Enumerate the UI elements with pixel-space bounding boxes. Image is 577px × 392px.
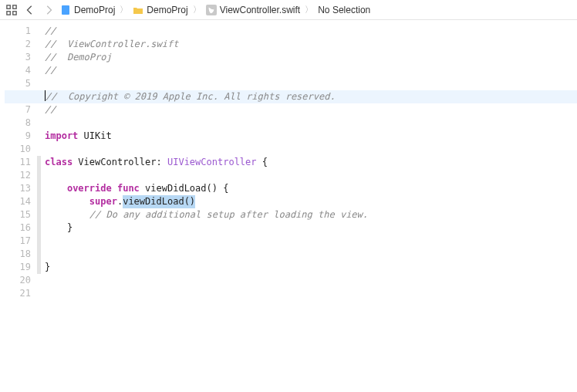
code-text: super (89, 195, 117, 208)
source-editor[interactable]: 123456789101112131415161718192021 // // … (0, 20, 577, 392)
line-number: 13 (0, 182, 31, 195)
line-number: 11 (0, 156, 31, 169)
crumb-project[interactable]: DemoProj (74, 5, 115, 15)
code-text: // Copyright © 2019 Apple Inc. All right… (46, 90, 336, 103)
code-text: DemoProj (67, 51, 112, 64)
code-text: UIViewController (167, 156, 257, 169)
code-text: . (117, 195, 123, 208)
code-text: { (257, 156, 268, 169)
line-number: 15 (0, 208, 31, 221)
code-text (112, 182, 117, 195)
line-number: 7 (0, 103, 31, 117)
code-text: override (67, 182, 112, 195)
code-text: } (45, 221, 73, 235)
line-number: 12 (0, 169, 31, 182)
chevron-right-icon: 〉 (120, 4, 128, 15)
line-number: 2 (0, 38, 31, 51)
folder-icon (133, 5, 143, 15)
code-text: // (45, 25, 56, 38)
line-number: 18 (0, 248, 31, 261)
crumb-file[interactable]: ViewController.swift (220, 5, 300, 15)
line-number: 19 (0, 261, 31, 274)
line-number: 5 (0, 77, 31, 90)
nav-forward-icon (42, 3, 56, 17)
selected-text: viewDidLoad() (123, 195, 195, 208)
jump-bar: DemoProj 〉 DemoProj 〉 ViewController.swi… (0, 0, 577, 20)
svg-rect-3 (13, 11, 16, 14)
chevron-right-icon: 〉 (193, 4, 201, 15)
line-number: 17 (0, 235, 31, 248)
svg-rect-1 (13, 5, 16, 8)
code-text: // Do any additional setup after loading… (89, 208, 368, 221)
svg-rect-2 (7, 11, 10, 14)
project-icon (60, 5, 71, 15)
code-text: ViewController: (73, 156, 167, 169)
line-number: 9 (0, 130, 31, 143)
line-number: 4 (0, 64, 31, 77)
crumb-folder[interactable]: DemoProj (147, 5, 187, 15)
code-text: // (45, 103, 56, 117)
svg-rect-4 (62, 5, 69, 15)
code-text (45, 182, 67, 195)
related-items-icon[interactable] (5, 3, 19, 17)
line-number: 8 (0, 117, 31, 130)
code-text (45, 195, 89, 208)
line-number-gutter: 123456789101112131415161718192021 (0, 20, 37, 392)
line-number: 21 (0, 287, 31, 300)
line-number: 14 (0, 195, 31, 208)
code-text: ViewController.swift (67, 38, 179, 51)
code-text: class (45, 156, 73, 169)
svg-rect-0 (7, 5, 10, 8)
line-number: 1 (0, 25, 31, 38)
line-number: 3 (0, 51, 31, 64)
line-number: 10 (0, 143, 31, 156)
code-text: // (45, 64, 56, 77)
code-text: import (45, 130, 78, 143)
code-area[interactable]: // // ViewController.swift // DemoProj /… (42, 20, 577, 392)
code-text: // (45, 51, 67, 64)
line-number: 20 (0, 274, 31, 287)
code-text: func (117, 182, 140, 195)
code-text (45, 208, 89, 221)
chevron-right-icon: 〉 (305, 4, 313, 15)
code-text: // (45, 38, 67, 51)
nav-back-icon[interactable] (23, 3, 37, 17)
swift-file-icon (206, 5, 217, 15)
code-text: } (45, 261, 50, 274)
code-text: UIKit (78, 130, 111, 143)
crumb-selection[interactable]: No Selection (318, 5, 370, 15)
code-text: viewDidLoad() { (140, 182, 229, 195)
line-number: 16 (0, 221, 31, 235)
breadcrumb[interactable]: DemoProj 〉 DemoProj 〉 ViewController.swi… (60, 4, 370, 15)
